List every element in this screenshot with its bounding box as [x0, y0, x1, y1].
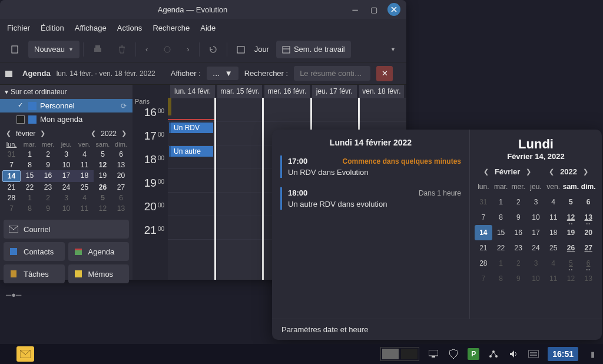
mini-cal-day[interactable]: 5	[94, 193, 112, 203]
mini-cal-day[interactable]: 21	[2, 182, 21, 193]
menu-search[interactable]: Recherche	[153, 24, 190, 32]
popup-cal-day[interactable]: 7	[475, 271, 492, 286]
popup-cal-day[interactable]: 8	[492, 210, 510, 225]
mini-cal-day[interactable]: 12	[94, 160, 112, 170]
taskbar-clock[interactable]: 16:51	[548, 347, 578, 361]
popup-cal-day[interactable]: 13	[579, 210, 597, 225]
popup-cal-day[interactable]: 31	[475, 194, 492, 210]
popup-cal-day[interactable]: 21	[475, 240, 492, 256]
mini-cal-day[interactable]: 4	[75, 149, 94, 160]
minimize-button[interactable]: ─	[350, 4, 360, 15]
mini-cal-day[interactable]: 10	[57, 203, 75, 214]
menu-actions[interactable]: Actions	[117, 24, 143, 32]
checkbox[interactable]	[16, 102, 25, 110]
menu-help[interactable]: Aide	[200, 24, 216, 32]
nav-back[interactable]: ‹	[140, 41, 154, 58]
workspace-1[interactable]	[382, 349, 399, 359]
mini-cal-day[interactable]: 25	[75, 182, 94, 193]
mini-cal-day[interactable]: 23	[39, 182, 57, 193]
calendar-item[interactable]: Personnel ⟳	[0, 99, 132, 112]
mini-cal-day[interactable]: 4	[75, 193, 94, 203]
menu-view[interactable]: Affichage	[75, 24, 107, 32]
popup-cal-day[interactable]: 12	[562, 210, 580, 225]
popup-cal-day[interactable]: 16	[509, 225, 527, 240]
next-year[interactable]: ❯	[582, 167, 589, 177]
day-header[interactable]: mer. 16 févr.	[264, 85, 309, 98]
mini-cal-day[interactable]: 28	[2, 193, 21, 203]
popup-cal-day[interactable]: 12	[562, 271, 580, 286]
nav-memos[interactable]: Mémos	[68, 264, 130, 283]
popup-cal-day[interactable]: 8	[492, 271, 510, 286]
nav-agenda[interactable]: Agenda	[68, 242, 130, 261]
popup-cal-day[interactable]: 1	[492, 194, 510, 210]
new-dropdown-icon[interactable]	[5, 41, 25, 58]
mini-cal-day[interactable]: 11	[75, 160, 94, 170]
view-mode-icon[interactable]	[231, 41, 251, 58]
mini-cal-day[interactable]: 3	[57, 149, 75, 160]
popup-cal-day[interactable]: 1	[492, 256, 510, 271]
popup-cal-day[interactable]: 5	[562, 194, 580, 210]
day-header[interactable]: jeu. 17 févr.	[312, 85, 357, 98]
popup-cal-day[interactable]: 23	[509, 240, 527, 256]
popup-cal-day[interactable]: 10	[527, 210, 545, 225]
prev-year[interactable]: ❮	[90, 128, 97, 138]
popup-settings-link[interactable]: Paramètres date et heure	[272, 319, 602, 340]
search-clear-button[interactable]: ✕	[376, 66, 393, 81]
popup-cal-day[interactable]: 2	[509, 256, 527, 271]
calendar-event[interactable]: Un autre	[169, 146, 213, 157]
nav-today[interactable]	[157, 41, 177, 58]
mini-cal-day[interactable]: 6	[112, 193, 130, 203]
mini-cal-day[interactable]: 11	[75, 203, 94, 214]
maximize-button[interactable]: ▢	[369, 4, 379, 15]
popup-cal-day[interactable]: 11	[545, 210, 562, 225]
day-header[interactable]: mar. 15 févr.	[217, 85, 262, 98]
popup-cal-day[interactable]: 9	[509, 210, 527, 225]
mini-cal-day[interactable]: 13	[112, 160, 130, 170]
delete-button[interactable]	[112, 41, 132, 58]
menu-file[interactable]: Fichier	[7, 24, 30, 32]
popup-cal-day[interactable]: 5	[562, 256, 580, 271]
prev-year[interactable]: ❮	[548, 167, 555, 177]
goto-date[interactable]	[203, 41, 223, 58]
next-year[interactable]: ❯	[120, 128, 128, 138]
mini-cal-day[interactable]: 7	[2, 203, 21, 214]
calendar-event[interactable]: Un RDV	[169, 123, 213, 133]
popup-cal-day[interactable]: 6	[579, 194, 597, 210]
mini-cal-day[interactable]: 10	[57, 160, 75, 170]
mini-cal-day[interactable]: 26	[94, 182, 112, 193]
mini-cal-day[interactable]: 19	[94, 170, 112, 182]
checkbox[interactable]	[16, 115, 25, 124]
view-range-dropdown[interactable]: Sem. de travail	[276, 41, 351, 58]
tray-volume-icon[interactable]	[508, 348, 519, 360]
day-header[interactable]: ven. 18 févr.	[359, 85, 404, 98]
mini-cal-day[interactable]: 17	[57, 170, 75, 182]
next-month[interactable]: ❯	[39, 128, 47, 138]
mini-cal-day[interactable]: 7	[2, 160, 21, 170]
popup-cal-day[interactable]: 4	[545, 194, 562, 210]
popup-cal-day[interactable]: 7	[475, 210, 492, 225]
filter-dropdown[interactable]: … ▼	[207, 67, 238, 80]
mini-cal-day[interactable]: 16	[39, 170, 57, 182]
popup-cal-day[interactable]: 3	[527, 194, 545, 210]
mini-cal-day[interactable]: 2	[39, 193, 57, 203]
mini-cal-day[interactable]: 1	[21, 149, 39, 160]
popup-cal-day[interactable]: 24	[527, 240, 545, 256]
close-button[interactable]	[387, 3, 400, 16]
popup-cal-day[interactable]: 6	[579, 256, 597, 271]
mini-cal-day[interactable]: 31	[2, 149, 21, 160]
mini-cal-day[interactable]: 9	[39, 160, 57, 170]
search-input[interactable]: Le résumé conti…	[294, 66, 370, 81]
start-button[interactable]	[5, 346, 13, 362]
day-column[interactable]	[214, 98, 263, 280]
taskbar-mail-icon[interactable]	[16, 346, 34, 362]
popup-cal-day[interactable]: 19	[562, 225, 580, 240]
popup-event[interactable]: 18:00Dans 1 heureUn autre RDV dans evolu…	[280, 187, 461, 210]
mini-cal-day[interactable]: 22	[21, 182, 39, 193]
popup-cal-day[interactable]: 28	[475, 256, 492, 271]
tray-monitor-icon[interactable]	[428, 348, 439, 360]
popup-cal-day[interactable]: 25	[545, 240, 562, 256]
day-header[interactable]: lun. 14 févr.	[170, 85, 215, 98]
nav-contacts[interactable]: Contacts	[4, 242, 65, 261]
popup-cal-day[interactable]: 10	[527, 271, 545, 286]
mini-cal-day[interactable]: 1	[21, 193, 39, 203]
